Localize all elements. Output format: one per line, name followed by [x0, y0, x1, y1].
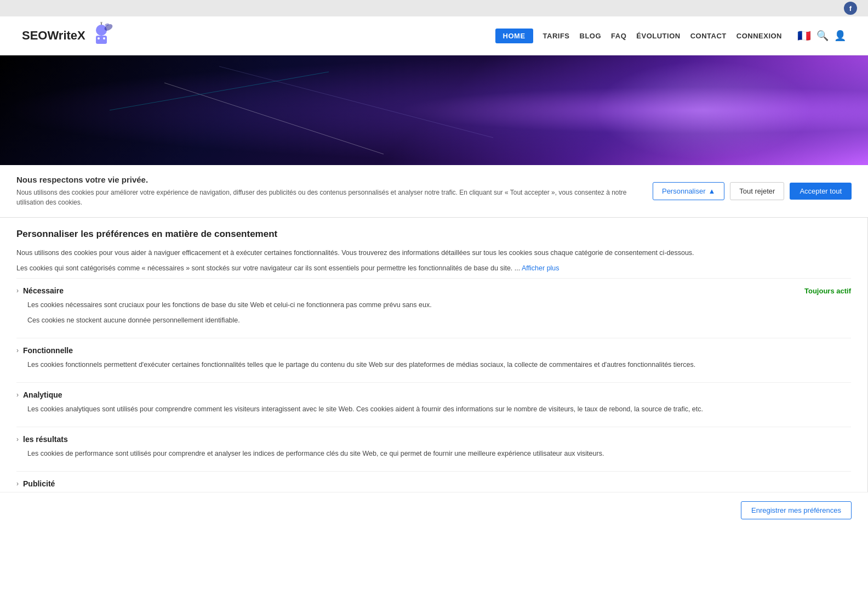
- consent-section-resultats: › les résultats Les cookies de performan…: [16, 427, 851, 471]
- hero-banner: [0, 55, 868, 165]
- nav-tarifs[interactable]: TARIFS: [543, 32, 570, 40]
- logo-text: SEOWriteX: [22, 29, 85, 43]
- chevron-right-icon-5[interactable]: ›: [16, 480, 19, 488]
- header: SEOWriteX HOME TARIFS BLOG FAQ ÉVOLUTION…: [0, 16, 868, 55]
- cookie-buttons: Personnaliser ▲ Tout rejeter Accepter to…: [653, 182, 852, 200]
- consent-modal-title: Personnaliser les préférences en matière…: [16, 229, 851, 240]
- accepter-tout-button[interactable]: Accepter tout: [790, 183, 852, 200]
- section-desc-analytique: Les cookies analytiques sont utilisés po…: [16, 404, 851, 415]
- logo[interactable]: SEOWriteX: [22, 22, 115, 49]
- always-active-label: Toujours actif: [804, 287, 851, 295]
- nav-blog[interactable]: BLOG: [580, 32, 602, 40]
- section-desc-fonctionnelle: Les cookies fonctionnels permettent d'ex…: [16, 359, 851, 370]
- consent-section-necessaire: › Nécessaire Toujours actif Les cookies …: [16, 278, 851, 338]
- nav-contact[interactable]: CONTACT: [690, 32, 727, 40]
- consent-modal: Personnaliser les préférences en matière…: [0, 218, 868, 492]
- cookie-banner: Nous respectons votre vie privée. Nous u…: [0, 165, 868, 218]
- consent-intro-1: Nous utilisons des cookies pour vous aid…: [16, 247, 851, 258]
- chevron-up-icon: ▲: [708, 187, 715, 195]
- chevron-right-icon-4[interactable]: ›: [16, 435, 19, 443]
- nav-home[interactable]: HOME: [495, 29, 533, 43]
- nav-evolution[interactable]: ÉVOLUTION: [636, 32, 680, 40]
- facebook-icon[interactable]: f: [844, 2, 857, 15]
- consent-section-fonctionnelle: › Fonctionnelle Les cookies fonctionnels…: [16, 338, 851, 382]
- chevron-right-icon-3[interactable]: ›: [16, 391, 19, 399]
- section-title-necessaire: Nécessaire: [23, 286, 64, 295]
- search-icon[interactable]: 🔍: [816, 30, 829, 42]
- save-preferences-button[interactable]: Enregistrer mes préférences: [741, 501, 852, 519]
- svg-rect-1: [96, 36, 107, 44]
- section-title-publicite: Publicité: [23, 479, 55, 488]
- save-bar: Enregistrer mes préférences: [0, 492, 868, 528]
- logo-image: [88, 22, 115, 49]
- svg-point-5: [100, 22, 102, 23]
- section-desc-necessaire-1: Les cookies nécessaires sont cruciaux po…: [16, 299, 851, 310]
- svg-point-3: [103, 37, 105, 39]
- main-nav: HOME TARIFS BLOG FAQ ÉVOLUTION CONTACT C…: [495, 29, 846, 43]
- personnaliser-button[interactable]: Personnaliser ▲: [653, 182, 724, 200]
- section-title-resultats: les résultats: [23, 435, 68, 444]
- consent-section-analytique: › Analytique Les cookies analytiques son…: [16, 382, 851, 427]
- consent-intro-2: Les cookies qui sont catégorisés comme «…: [16, 263, 851, 274]
- nav-icons: 🇫🇷 🔍 👤: [797, 29, 846, 42]
- svg-line-8: [164, 83, 384, 154]
- nav-faq[interactable]: FAQ: [611, 32, 626, 40]
- svg-point-2: [98, 37, 100, 39]
- consent-section-publicite: › Publicité: [16, 471, 851, 492]
- user-icon[interactable]: 👤: [834, 30, 846, 42]
- top-bar: f: [0, 0, 868, 16]
- tout-rejeter-button[interactable]: Tout rejeter: [730, 182, 784, 200]
- chevron-right-icon-2[interactable]: ›: [16, 347, 19, 354]
- section-title-fonctionnelle: Fonctionnelle: [23, 346, 73, 355]
- show-more-link[interactable]: Afficher plus: [522, 264, 559, 272]
- hero-svg: [0, 55, 868, 165]
- cookie-description: Nous utilisons des cookies pour améliore…: [16, 188, 646, 207]
- cookie-title: Nous respectons votre vie privée.: [16, 175, 646, 184]
- language-flag-icon[interactable]: 🇫🇷: [797, 29, 811, 42]
- section-desc-necessaire-2: Ces cookies ne stockent aucune donnée pe…: [16, 315, 851, 326]
- chevron-right-icon[interactable]: ›: [16, 287, 19, 294]
- cookie-text-block: Nous respectons votre vie privée. Nous u…: [16, 175, 646, 207]
- svg-line-10: [219, 66, 493, 138]
- svg-line-9: [110, 72, 329, 110]
- section-desc-resultats: Les cookies de performance sont utilisés…: [16, 448, 851, 459]
- section-title-analytique: Analytique: [23, 390, 62, 399]
- nav-connexion[interactable]: CONNEXION: [736, 32, 782, 40]
